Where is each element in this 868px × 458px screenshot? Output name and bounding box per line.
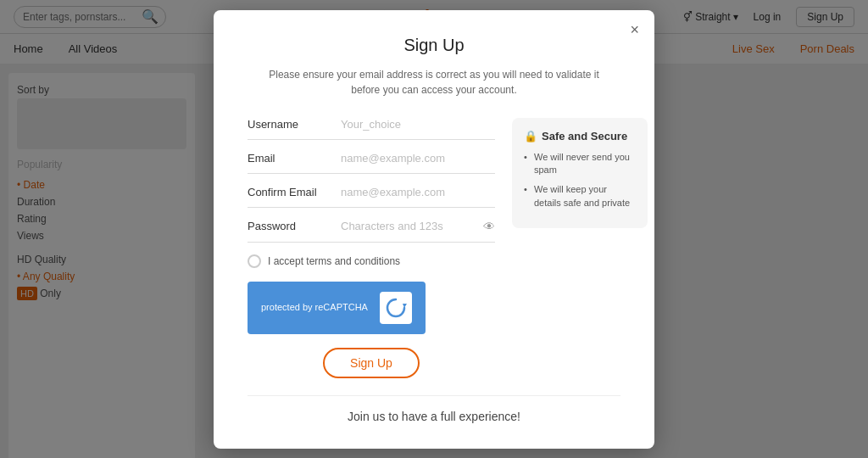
confirm-email-label: Confirm Email xyxy=(248,186,341,198)
footer-text: Join us to have a full experience! xyxy=(348,410,520,423)
username-label: Username xyxy=(248,118,341,131)
email-input[interactable] xyxy=(341,152,495,165)
recaptcha-widget[interactable]: protected by reCAPTCHA xyxy=(248,282,426,334)
terms-label: I accept terms and conditions xyxy=(268,255,400,267)
recaptcha-text: protected by reCAPTCHA xyxy=(261,301,368,313)
safe-item-2: We will keep your details safe and priva… xyxy=(524,183,636,209)
password-label: Password xyxy=(248,220,341,232)
modal-overlay[interactable]: × Sign Up Please ensure your email addre… xyxy=(0,0,868,458)
modal-footer: Join us to have a full experience! xyxy=(248,395,620,423)
recaptcha-logo xyxy=(380,292,412,324)
modal-title: Sign Up xyxy=(248,36,620,55)
recaptcha-icon xyxy=(384,296,408,320)
safe-secure-panel: 🔒 Safe and Secure We will never send you… xyxy=(512,118,648,229)
terms-checkbox[interactable] xyxy=(248,254,261,268)
confirm-email-input[interactable] xyxy=(341,186,495,198)
username-input[interactable] xyxy=(341,118,495,131)
password-input[interactable] xyxy=(341,220,483,232)
terms-row: I accept terms and conditions xyxy=(248,254,495,268)
signup-submit-button[interactable]: Sign Up xyxy=(323,348,420,378)
password-row: Password 👁 xyxy=(248,220,495,243)
lock-icon: 🔒 xyxy=(524,130,537,142)
modal-subtitle: Please ensure your email address is corr… xyxy=(248,67,620,98)
confirm-email-row: Confirm Email xyxy=(248,186,495,208)
signup-modal: × Sign Up Please ensure your email addre… xyxy=(214,10,654,449)
email-row: Email xyxy=(248,152,495,174)
safe-title: 🔒 Safe and Secure xyxy=(524,130,636,142)
eye-icon[interactable]: 👁 xyxy=(483,220,495,233)
modal-close-button[interactable]: × xyxy=(630,22,639,37)
form-section: Username Email Confirm Email Password 👁 xyxy=(248,118,495,378)
email-label: Email xyxy=(248,152,341,165)
modal-body: Username Email Confirm Email Password 👁 xyxy=(248,118,620,378)
username-row: Username xyxy=(248,118,495,140)
safe-item-1: We will never send you spam xyxy=(524,151,636,177)
